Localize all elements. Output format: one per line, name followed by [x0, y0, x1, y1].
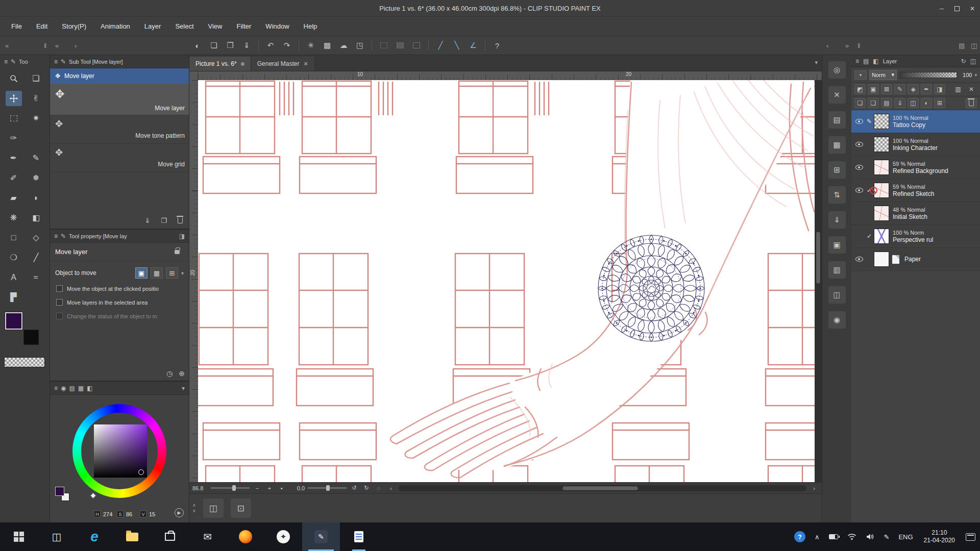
- layer-color-icon[interactable]: ◨: [934, 84, 945, 94]
- color-history-icon[interactable]: ▶: [175, 508, 184, 517]
- layer-thumbnail[interactable]: [874, 160, 889, 175]
- blend-tool-icon[interactable]: ◗: [25, 188, 47, 208]
- vertical-scrollbar-thumb[interactable]: [816, 231, 821, 284]
- layer-row-paper[interactable]: Paper: [851, 248, 980, 271]
- folder-material-icon[interactable]: ▥: [828, 261, 846, 279]
- expand-down-icon[interactable]: ∨: [192, 509, 196, 513]
- move-grid-toggle-icon[interactable]: ⊞: [166, 267, 178, 279]
- zoom-out-icon[interactable]: −: [253, 484, 262, 492]
- decoration-tool-icon[interactable]: ❋: [3, 208, 25, 228]
- curve-tool-icon[interactable]: ≈: [25, 267, 47, 287]
- hue-marker[interactable]: [90, 492, 96, 499]
- collapse-left-icon[interactable]: «: [5, 36, 9, 55]
- checkbox[interactable]: [56, 285, 63, 292]
- apply-mask-icon[interactable]: ⊞: [934, 98, 945, 108]
- zoom-tool-icon[interactable]: [3, 68, 25, 88]
- camera-icon[interactable]: ◫: [828, 286, 846, 304]
- rotate-cw-icon[interactable]: ↻: [362, 484, 371, 492]
- layer-thumbnail[interactable]: [874, 137, 889, 152]
- transfer-layer-icon[interactable]: ⇓: [894, 98, 905, 108]
- layer-mask-icon[interactable]: ◐: [921, 98, 932, 108]
- next-view-icon[interactable]: ›: [810, 484, 819, 492]
- material-grid-icon[interactable]: ▦: [828, 136, 846, 154]
- brush-tool-icon[interactable]: ✐: [3, 168, 25, 188]
- lock-layer-icon[interactable]: ▣: [868, 84, 879, 94]
- expand-up-icon[interactable]: ∧: [192, 503, 196, 508]
- hand-tool-icon[interactable]: ✌: [25, 88, 47, 108]
- fill-icon[interactable]: ▩: [320, 38, 335, 53]
- layer-visibility-eye-icon[interactable]: [853, 142, 865, 147]
- frame-border-tool-icon[interactable]: ▛: [3, 287, 25, 307]
- lock-icon[interactable]: [175, 250, 180, 254]
- move-tone-toggle-icon[interactable]: ▦: [151, 267, 163, 279]
- color-mixing-tab-icon[interactable]: ◧: [87, 385, 92, 392]
- edge-button[interactable]: e: [76, 522, 113, 551]
- tab-picture-1[interactable]: Picture 1 vs. 6*: [189, 57, 251, 71]
- navigator-icon[interactable]: ◎: [828, 61, 846, 79]
- panel-menu-icon[interactable]: ≡: [4, 58, 8, 65]
- text-tool-icon[interactable]: A: [3, 267, 25, 287]
- selection-border-icon[interactable]: [409, 38, 424, 53]
- opacity-slider[interactable]: [899, 72, 957, 78]
- close-panel-icon[interactable]: ✕: [828, 86, 846, 104]
- layer-thumbnail[interactable]: [874, 114, 889, 129]
- drag-handle-icon[interactable]: ‖: [44, 36, 46, 55]
- import-subtool-icon[interactable]: ⇓: [142, 215, 153, 226]
- layer-thumbnail[interactable]: [874, 206, 889, 221]
- drag-handle-right-icon[interactable]: ‖: [857, 36, 860, 55]
- menu-file[interactable]: File: [4, 17, 29, 36]
- sv-marker[interactable]: [138, 469, 144, 475]
- help-tray-button[interactable]: ?: [790, 522, 810, 551]
- reference-layer-icon[interactable]: ◈: [908, 84, 919, 94]
- eyedropper-tool-icon[interactable]: ✑: [3, 128, 25, 148]
- clip-studio-logo-icon[interactable]: ◐: [190, 38, 205, 53]
- panel-menu-icon[interactable]: ≡: [855, 58, 859, 65]
- menu-story[interactable]: Story(P): [55, 17, 93, 36]
- rotation-slider[interactable]: [308, 487, 347, 489]
- language-indicator[interactable]: ENG: [894, 522, 917, 551]
- pen-tool-icon[interactable]: ✒: [3, 148, 25, 168]
- delete-subtool-icon[interactable]: [175, 215, 186, 226]
- layer-row-initial-sketch[interactable]: 48 % Normal Initial Sketch: [851, 202, 980, 225]
- layer-visibility-eye-icon[interactable]: [853, 188, 865, 193]
- crop-icon[interactable]: ◳: [352, 38, 368, 53]
- horizontal-scrollbar-thumb[interactable]: [562, 486, 639, 491]
- save-file-icon[interactable]: ⇓: [239, 38, 254, 53]
- eraser-tool-icon[interactable]: ▰: [3, 188, 25, 208]
- layer-grid-icon[interactable]: ▤: [863, 58, 869, 65]
- help-icon[interactable]: ?: [489, 38, 505, 53]
- prev-view-icon[interactable]: ‹: [386, 484, 396, 492]
- volume-button[interactable]: [861, 522, 879, 551]
- layer-row-perspective-ruler[interactable]: ✓ 100 % Norm Perspective rul: [851, 225, 980, 248]
- layer-row-refined-sketch[interactable]: ✓ 59 % Normal Refined Sketch: [851, 179, 980, 202]
- set-as-ruler-icon[interactable]: ✒: [921, 84, 932, 94]
- transparent-color-swatch[interactable]: [4, 357, 45, 367]
- selection-cloud-icon[interactable]: ☁: [336, 38, 351, 53]
- layer-thumbnail[interactable]: [874, 252, 889, 267]
- battery-button[interactable]: [824, 522, 843, 551]
- tab-list-chevron-icon[interactable]: ▾: [815, 59, 818, 66]
- current-color-swatches[interactable]: [55, 487, 72, 504]
- menu-help[interactable]: Help: [297, 17, 325, 36]
- menu-window[interactable]: Window: [258, 17, 296, 36]
- minimize-button[interactable]: ─: [934, 0, 949, 17]
- prev-icon[interactable]: ‹: [75, 36, 77, 55]
- panel-menu-icon[interactable]: ≡: [54, 233, 58, 240]
- subtool-group-move-layer[interactable]: ✥ Move layer: [50, 68, 189, 84]
- sub-color-swatch[interactable]: [23, 330, 39, 345]
- clock[interactable]: 21:10 21-04-2020: [918, 522, 961, 551]
- menu-filter[interactable]: Filter: [229, 17, 258, 36]
- quick-access-icon[interactable]: ▤: [828, 111, 846, 129]
- figure-tool-icon[interactable]: □: [3, 228, 25, 247]
- horizontal-scrollbar[interactable]: [399, 485, 806, 491]
- snap-to-special-ruler-icon[interactable]: ╲: [449, 38, 464, 53]
- new-vector-layer-icon[interactable]: ❑: [868, 98, 879, 108]
- color-wheel-tab-icon[interactable]: ◉: [61, 385, 66, 392]
- document-app-button[interactable]: [340, 522, 378, 551]
- palette-options-icon[interactable]: ▥: [952, 84, 964, 94]
- undo-icon[interactable]: ↶: [263, 38, 278, 53]
- collapse-panel-icon[interactable]: «: [55, 36, 59, 55]
- reset-rotation-icon[interactable]: ◌: [374, 484, 383, 492]
- invert-selection-icon[interactable]: [393, 38, 408, 53]
- option-move-selected-area[interactable]: Move layers in the selected area: [50, 295, 189, 309]
